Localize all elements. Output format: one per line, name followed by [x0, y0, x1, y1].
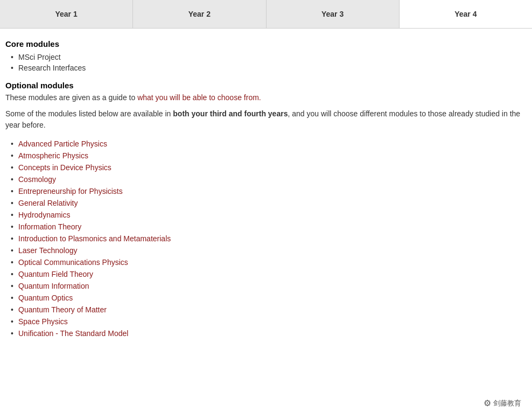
module-link[interactable]: Space Physics [18, 317, 68, 326]
core-modules-list: MSci Project Research Interfaces [5, 53, 527, 72]
module-link[interactable]: Quantum Theory of Matter [18, 305, 107, 314]
module-link[interactable]: Unification - The Standard Model [18, 329, 128, 338]
module-link[interactable]: Laser Technology [18, 246, 77, 255]
list-item[interactable]: General Relativity [11, 199, 527, 207]
list-item[interactable]: Quantum Theory of Matter [11, 305, 527, 314]
module-link[interactable]: Introduction to Plasmonics and Metamater… [18, 234, 171, 243]
list-item[interactable]: Quantum Optics [11, 294, 527, 302]
list-item[interactable]: Atmospheric Physics [11, 151, 527, 160]
tab-year4[interactable]: Year 4 [400, 0, 532, 28]
list-item[interactable]: Space Physics [11, 317, 527, 326]
module-link[interactable]: Quantum Information [18, 282, 89, 290]
list-item[interactable]: Information Theory [11, 222, 527, 231]
list-item[interactable]: Entrepreneurship for Physicists [11, 187, 527, 195]
module-link[interactable]: General Relativity [18, 199, 78, 207]
module-link[interactable]: Atmospheric Physics [18, 151, 88, 160]
guide-text: These modules are given as a guide to wh… [5, 93, 527, 102]
year-tabs-container: Year 1 Year 2 Year 3 Year 4 [0, 0, 532, 29]
list-item[interactable]: Laser Technology [11, 246, 527, 255]
watermark: ⚙ 剑藤教育 [484, 398, 521, 408]
list-item[interactable]: Concepts in Device Physics [11, 163, 527, 172]
list-item[interactable]: Introduction to Plasmonics and Metamater… [11, 234, 527, 243]
module-link[interactable]: Quantum Field Theory [18, 270, 93, 278]
list-item[interactable]: Advanced Particle Physics [11, 139, 527, 148]
module-link[interactable]: Information Theory [18, 222, 81, 231]
core-modules-title: Core modules [5, 39, 527, 48]
optional-modules-title: Optional modules [5, 81, 527, 90]
list-item[interactable]: Optical Communications Physics [11, 258, 527, 267]
list-item[interactable]: Hydrodynamics [11, 211, 527, 219]
tab-year1[interactable]: Year 1 [0, 0, 133, 28]
tab-year2[interactable]: Year 2 [133, 0, 266, 28]
list-item[interactable]: Quantum Information [11, 282, 527, 290]
module-link[interactable]: Optical Communications Physics [18, 258, 128, 267]
core-module-msci: MSci Project [11, 53, 527, 61]
module-link[interactable]: Cosmology [18, 175, 56, 184]
tab-year3[interactable]: Year 3 [267, 0, 400, 28]
module-link[interactable]: Advanced Particle Physics [18, 139, 107, 148]
module-link[interactable]: Hydrodynamics [18, 211, 70, 219]
module-link[interactable]: Concepts in Device Physics [18, 163, 111, 172]
watermark-text: 剑藤教育 [493, 399, 521, 408]
list-item[interactable]: Quantum Field Theory [11, 270, 527, 278]
optional-modules-list: Advanced Particle Physics Atmospheric Ph… [5, 139, 527, 338]
watermark-icon: ⚙ [484, 398, 491, 408]
module-link[interactable]: Quantum Optics [18, 294, 73, 302]
core-module-research: Research Interfaces [11, 64, 527, 72]
description-text: Some of the modules listed below are ava… [5, 108, 527, 131]
list-item[interactable]: Unification - The Standard Model [11, 329, 527, 338]
module-link[interactable]: Entrepreneurship for Physicists [18, 187, 123, 195]
main-content: Core modules MSci Project Research Inter… [0, 39, 532, 352]
list-item[interactable]: Cosmology [11, 175, 527, 184]
